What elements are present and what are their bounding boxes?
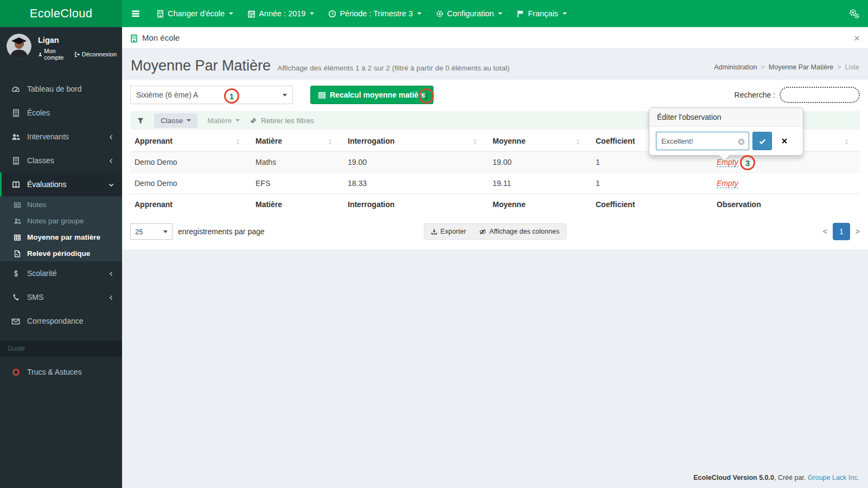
sort-icon[interactable] xyxy=(843,137,850,145)
tab-mon-ecole[interactable]: Mon école xyxy=(130,33,180,42)
chevron-left-icon xyxy=(108,158,114,164)
dashboard-icon xyxy=(11,85,20,94)
observation-empty-link[interactable]: Empty xyxy=(717,179,738,188)
clear-input-icon[interactable] xyxy=(737,137,745,146)
sort-icon[interactable] xyxy=(327,137,334,145)
eraser-icon xyxy=(250,117,257,124)
table-bottom-bar: 25 enregistrements par page Exporter Aff… xyxy=(130,222,860,241)
download-icon xyxy=(431,228,437,235)
caret-down-icon xyxy=(417,12,422,15)
avatar-image xyxy=(7,34,31,59)
col-header-apprenant[interactable]: Apprenant xyxy=(130,131,251,152)
sidebar-subitem-label: Notes xyxy=(27,201,46,209)
sidebar-item-correspondance[interactable]: Correspondance xyxy=(0,309,122,333)
sidebar-item-tips[interactable]: Trucs & Astuces xyxy=(0,360,122,384)
nav-change-school[interactable]: Changer d'école xyxy=(149,0,240,27)
filter-matiere-button[interactable]: Matière xyxy=(207,117,240,125)
breadcrumb: Administration > Moyenne Par Matière > L… xyxy=(714,63,859,74)
sign-out-icon xyxy=(74,52,80,57)
column-visibility-button[interactable]: Affichage des colonnes xyxy=(473,224,566,239)
footer-created-by: , Créé par. xyxy=(774,474,808,481)
cell-apprenant: Demo Demo xyxy=(130,152,251,173)
tab-label: Mon école xyxy=(142,33,180,42)
filter-classe-label: Classe xyxy=(161,117,183,125)
breadcrumb-separator: > xyxy=(837,63,841,71)
content-panel: Sixième (6 ème) A Recalcul moyenne matiè… xyxy=(122,80,868,249)
building-icon xyxy=(12,157,20,165)
cell-coefficient: 1 xyxy=(591,173,712,194)
export-button[interactable]: Exporter xyxy=(424,224,473,239)
pagination: < 1 > xyxy=(823,223,860,240)
sidebar-item-scolarite[interactable]: Scolarité xyxy=(0,261,122,285)
brand-logo[interactable]: EcoleCloud xyxy=(0,0,122,27)
pagination-next[interactable]: > xyxy=(856,227,860,236)
sidebar-item-schools[interactable]: Écoles xyxy=(0,101,122,125)
sidebar-item-dashboard[interactable]: Tableau de bord xyxy=(0,77,122,101)
chevron-left-icon xyxy=(108,271,114,277)
my-account-link[interactable]: Mon compte xyxy=(38,48,69,61)
cell-interrogation: 19.00 xyxy=(343,152,488,173)
sidebar-subitem-moyenne-matiere[interactable]: Moyenne par matière xyxy=(0,229,122,245)
recalc-button[interactable]: Recalcul moyenne matière xyxy=(310,86,433,104)
sidebar-subitem-notes-groupe[interactable]: Notes par groupe xyxy=(0,213,122,229)
sidebar-item-intervenants[interactable]: Intervenants xyxy=(0,125,122,149)
sidebar-toggle-button[interactable] xyxy=(122,0,149,27)
filter-classe-button[interactable]: Classe xyxy=(154,113,197,128)
footer-col-coefficient: Coefficient xyxy=(591,194,712,215)
nav-year-label: Année : 2019 xyxy=(259,9,305,18)
breadcrumb-separator: > xyxy=(761,63,764,71)
table-icon xyxy=(318,91,326,99)
page-title: Moyenne Par Matière xyxy=(131,57,271,74)
cell-interrogation: 18.33 xyxy=(343,173,488,194)
pagination-page-1[interactable]: 1 xyxy=(833,223,850,240)
per-page-select[interactable]: 25 xyxy=(130,223,173,240)
tab-close-icon[interactable] xyxy=(853,33,860,43)
sidebar-subitem-notes[interactable]: Notes xyxy=(0,196,122,213)
column-visibility-label: Affichage des colonnes xyxy=(489,228,559,235)
breadcrumb-administration[interactable]: Administration xyxy=(714,63,757,71)
sidebar-item-classes[interactable]: Classes xyxy=(0,149,122,172)
nav-settings-button[interactable] xyxy=(840,0,868,27)
sidebar-item-label: Trucs & Astuces xyxy=(27,368,82,376)
annotation-badge-1: 1 xyxy=(224,88,239,104)
col-header-matiere[interactable]: Matière xyxy=(251,131,343,152)
nav-configuration[interactable]: Configuration xyxy=(429,0,509,27)
col-header-moyenne[interactable]: Moyenne xyxy=(488,131,591,152)
hamburger-icon xyxy=(131,9,141,18)
logout-link[interactable]: Déconnexion xyxy=(74,48,117,61)
cell-matiere: Maths xyxy=(251,152,343,173)
footer-company-link[interactable]: Groupe Lack Inc. xyxy=(808,474,859,481)
building-icon xyxy=(130,34,138,43)
sort-icon[interactable] xyxy=(234,137,241,145)
footer-col-interrogation: Interrogation xyxy=(343,194,488,215)
popover-arrow xyxy=(719,155,730,160)
sidebar-item-sms[interactable]: SMS xyxy=(0,285,122,309)
pagination-prev[interactable]: < xyxy=(823,227,827,236)
annotation-badge-2: 2 xyxy=(419,88,434,104)
cancel-observation-button[interactable] xyxy=(775,132,794,150)
check-icon xyxy=(758,137,767,145)
confirm-observation-button[interactable] xyxy=(752,132,772,150)
table-icon xyxy=(14,234,21,241)
search-input[interactable] xyxy=(780,87,860,103)
col-header-interrogation[interactable]: Interrogation xyxy=(343,131,488,152)
breadcrumb-moyenne[interactable]: Moyenne Par Matière xyxy=(769,63,834,71)
sidebar-item-evaluations[interactable]: Évaluations xyxy=(0,172,122,196)
nav-period[interactable]: Période : Trimestre 3 xyxy=(321,0,429,27)
sort-icon[interactable] xyxy=(471,137,478,145)
clear-filters-button[interactable]: Retirer les filtres xyxy=(250,117,314,125)
per-page-value: 25 xyxy=(135,228,143,236)
nav-language-label: Français xyxy=(528,9,558,18)
cell-matiere: EFS xyxy=(251,173,343,194)
sidebar-subitem-releve-periodique[interactable]: Relevé périodique xyxy=(0,245,122,261)
book-icon xyxy=(12,181,20,189)
observation-input[interactable] xyxy=(656,132,749,150)
nav-language[interactable]: Français xyxy=(509,0,574,27)
avatar[interactable] xyxy=(7,34,31,59)
envelope-icon xyxy=(11,317,20,326)
toolbar: Sixième (6 ème) A Recalcul moyenne matiè… xyxy=(130,84,860,106)
class-select[interactable]: Sixième (6 ème) A xyxy=(130,86,293,104)
chevron-left-icon xyxy=(108,294,114,301)
nav-year[interactable]: Année : 2019 xyxy=(240,0,321,27)
sort-icon[interactable] xyxy=(575,137,582,145)
